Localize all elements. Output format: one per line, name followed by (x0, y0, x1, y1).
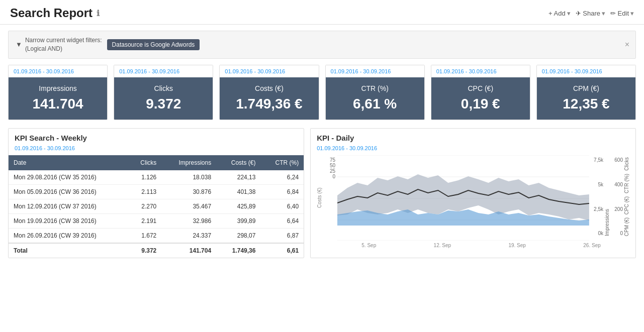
add-chevron-icon: ▾ (567, 10, 571, 17)
kpi-date-3: 01.09.2016 - 30.09.2016 (326, 65, 424, 77)
kpi-body-1: Clicks 9.372 (114, 77, 213, 120)
row-clicks: 2.270 (128, 199, 161, 214)
share-label: ✈ Share (576, 10, 600, 17)
filter-sublabel: (Logical AND) (25, 45, 62, 52)
row-costs: 224,13 (216, 170, 260, 185)
kpi-value-2: 1.749,36 € (225, 96, 313, 112)
col-header-impressions: Impressions (161, 155, 216, 170)
legend-ctr: CTR (%) (624, 174, 629, 193)
row-ctr: 6,84 (260, 185, 304, 199)
filter-text: Narrow current widget filters: (Logical … (25, 36, 102, 53)
x-axis-labels: 5. Sep 12. Sep 19. Sep 26. Sep (333, 243, 629, 248)
y-label-50: 50 (330, 163, 335, 168)
filter-close-button[interactable]: × (625, 40, 629, 49)
kpi-label-3: CTR (%) (331, 84, 419, 92)
row-costs: 399,89 (216, 214, 260, 229)
kpi-value-5: 12,35 € (542, 96, 630, 112)
y-label-75: 75 (330, 157, 335, 163)
total-costs: 1.749,36 (216, 243, 260, 258)
r2-v2: 400 (610, 182, 623, 187)
row-date: Mon 26.09.2016 (CW 39 2016) (9, 229, 128, 244)
row-clicks: 1.126 (128, 170, 161, 185)
weekly-title: KPI Search - Weekly (9, 129, 304, 144)
table-row: Mon 12.09.2016 (CW 37 2016) 2.270 35.467… (9, 199, 304, 214)
row-impressions: 32.986 (161, 214, 216, 229)
axis-col-impressions: 7,5k 5k 2,5k 0k (590, 155, 603, 236)
kpi-label-5: CPM (€) (542, 84, 630, 92)
kpi-card-1: 01.09.2016 - 30.09.2016 Clicks 9.372 (114, 65, 213, 121)
col-header-date: Date (9, 155, 128, 170)
weekly-date: 01.09.2016 - 30.09.2016 (9, 144, 304, 155)
kpi-value-4: 0,19 € (436, 96, 525, 112)
right-axis-group: 7,5k 5k 2,5k 0k Impressions 600 400 200 … (590, 155, 629, 236)
r2-v1: 600 (610, 157, 623, 163)
row-impressions: 30.876 (161, 185, 216, 199)
total-impressions: 141.704 (161, 243, 216, 258)
kpi-card-0: 01.09.2016 - 30.09.2016 Impressions 141.… (8, 65, 108, 121)
y-label-0: 0 (333, 174, 336, 179)
daily-date: 01.09.2016 - 30.09.2016 (311, 144, 635, 155)
kpi-value-3: 6,61 % (331, 96, 419, 112)
r1-v4: 0k (590, 231, 603, 236)
kpi-value-1: 9.372 (119, 96, 208, 112)
weekly-table: Date Clicks Impressions Costs (€) CTR (%… (9, 155, 304, 258)
share-chevron-icon: ▾ (602, 10, 605, 17)
impressions-axis-label: Impressions (604, 155, 610, 236)
add-button[interactable]: + Add ▾ (548, 10, 571, 17)
kpi-cards-row: 01.09.2016 - 30.09.2016 Impressions 141.… (0, 65, 644, 121)
row-ctr: 6,40 (260, 199, 304, 214)
weekly-panel: KPI Search - Weekly 01.09.2016 - 30.09.2… (8, 128, 304, 258)
y-axis-left: 75 50 25 0 (323, 155, 337, 179)
r2-v4: 0 (610, 231, 623, 236)
row-date: Mon 19.09.2016 (CW 38 2016) (9, 214, 128, 229)
kpi-body-2: Costs (€) 1.749,36 € (220, 77, 318, 120)
kpi-card-4: 01.09.2016 - 30.09.2016 CPC (€) 0,19 € (431, 65, 530, 121)
filter-tag[interactable]: Datasource is Google Adwords (107, 39, 200, 50)
kpi-label-0: Impressions (14, 84, 102, 92)
main-content: KPI Search - Weekly 01.09.2016 - 30.09.2… (0, 128, 644, 258)
y-label-25: 25 (330, 168, 335, 174)
kpi-date-4: 01.09.2016 - 30.09.2016 (431, 65, 530, 77)
share-button[interactable]: ✈ Share ▾ (576, 10, 605, 17)
info-icon[interactable]: ℹ (97, 9, 100, 18)
r1-v3: 2,5k (590, 206, 603, 212)
edit-button[interactable]: ✏ Edit ▾ (610, 10, 634, 17)
table-row: Mon 19.09.2016 (CW 38 2016) 2.191 32.986… (9, 214, 304, 229)
row-costs: 425,89 (216, 199, 260, 214)
kpi-date-2: 01.09.2016 - 30.09.2016 (220, 65, 318, 77)
total-label: Total (9, 243, 128, 258)
row-ctr: 6,64 (260, 214, 304, 229)
total-ctr: 6,61 (260, 243, 304, 258)
page-title: Search Report ℹ (10, 6, 100, 20)
daily-panel: KPI - Daily 01.09.2016 - 30.09.2016 Cost… (310, 128, 636, 258)
kpi-body-0: Impressions 141.704 (9, 77, 107, 120)
col-header-clicks: Clicks (128, 155, 161, 170)
filter-bar: ▼ Narrow current widget filters: (Logica… (8, 31, 636, 59)
row-date: Mon 12.09.2016 (CW 37 2016) (9, 199, 128, 214)
daily-title: KPI - Daily (311, 129, 635, 144)
x-label-2: 12. Sep (434, 243, 451, 248)
x-label-4: 26. Sep (583, 243, 600, 248)
row-date: Mon 05.09.2016 (CW 36 2016) (9, 185, 128, 199)
chart-svg-area (337, 155, 589, 241)
kpi-label-2: Costs (€) (225, 84, 313, 92)
chart-svg (337, 155, 589, 241)
row-impressions: 35.467 (161, 199, 216, 214)
axis-col-right2: 600 400 200 0 (610, 155, 623, 236)
r2-v3: 200 (610, 206, 623, 212)
table-row: Mon 26.09.2016 (CW 39 2016) 1.672 24.337… (9, 229, 304, 244)
kpi-date-5: 01.09.2016 - 30.09.2016 (537, 65, 635, 77)
filter-label: ▼ Narrow current widget filters: (Logica… (16, 36, 102, 53)
r1-v2: 5k (590, 182, 603, 187)
row-costs: 298,07 (216, 229, 260, 244)
add-label: + Add (548, 10, 566, 17)
row-ctr: 6,24 (260, 170, 304, 185)
table-row: Mon 05.09.2016 (CW 36 2016) 2.113 30.876… (9, 185, 304, 199)
edit-label: ✏ Edit (610, 10, 629, 17)
kpi-body-4: CPC (€) 0,19 € (431, 77, 530, 120)
kpi-value-0: 141.704 (14, 96, 102, 112)
kpi-date-0: 01.09.2016 - 30.09.2016 (9, 65, 107, 77)
kpi-label-1: Clicks (119, 84, 208, 92)
r1-v1: 7,5k (590, 157, 603, 163)
table-row: Mon 29.08.2016 (CW 35 2016) 1.126 18.038… (9, 170, 304, 185)
